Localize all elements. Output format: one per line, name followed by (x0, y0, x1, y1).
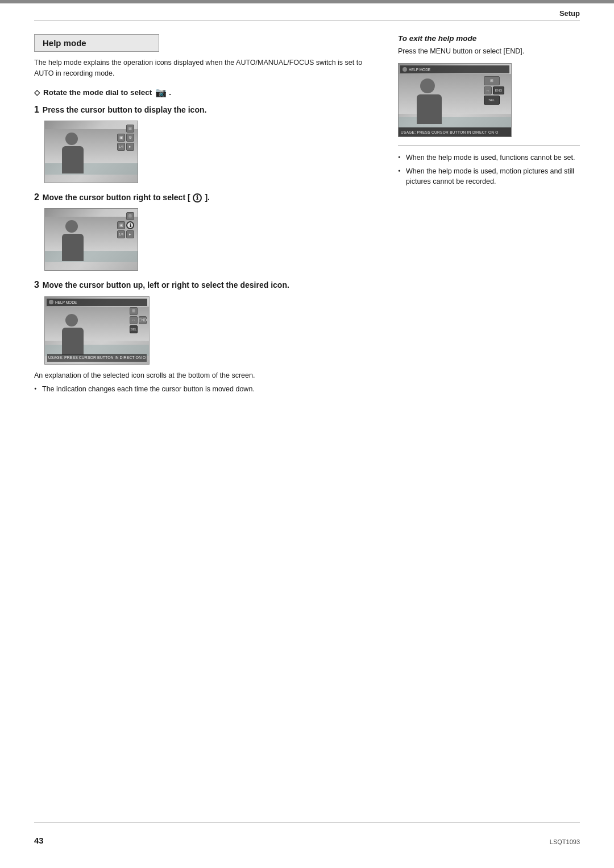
camera-mode-icon: 📷 (155, 87, 167, 98)
right-help-bar-text: HELP MODE (409, 68, 430, 72)
cam-bottom-bar-3: USAGE: PRESS CURSOR BUTTON IN DIRECT ON … (47, 354, 147, 362)
cam-screen-step2: ⊞ ▣ ℹ 1/4 ▸ (44, 208, 138, 271)
girl-figure-1 (61, 133, 92, 172)
right-help-dot (403, 67, 407, 72)
step-3-number: 3 (34, 280, 39, 290)
right-bullet-1: When the help mode is used, functions ca… (398, 152, 580, 163)
page-number: 43 (34, 836, 44, 845)
rotate-line: ◇ Rotate the mode dial to select 📷 . (34, 87, 381, 98)
cam-btn-2c: 1/4 (117, 230, 125, 238)
cam-btn-row-1: ⊞ (126, 125, 134, 133)
help-mode-box: Help mode (34, 34, 159, 52)
help-dot (49, 300, 53, 304)
cam-btn-1d: 1/4 (117, 143, 125, 151)
help-mode-bar-text: HELP MODE (55, 300, 77, 304)
cam-btn-row-2c: 1/4 ▸ (117, 230, 134, 238)
cam-ui-1: ⊞ ▣ ⚙ 1/4 ▸ (113, 125, 134, 151)
bullet-note-1-text: The indication changes each time the cur… (42, 385, 255, 393)
cam-ui-3: ⊞ ↔ END SEL (130, 307, 147, 333)
girl-head-2 (65, 220, 78, 233)
exit-text: Press the MENU button or select [END]. (398, 46, 580, 56)
right-cam-inner: HELP MODE ⊞ ↔ END (399, 64, 511, 137)
cam-screen-step3: HELP MODE ⊞ (44, 296, 150, 365)
left-column: Help mode The help mode explains the ope… (34, 34, 381, 402)
cam-btn-2d: ▸ (126, 230, 134, 238)
right-cam-btn-1: ⊞ (484, 76, 500, 85)
girl-head-3 (65, 314, 78, 326)
help-mode-bar-3: HELP MODE (47, 299, 147, 306)
cam-screen-right: HELP MODE ⊞ ↔ END (398, 63, 512, 137)
step-1-number: 1 (34, 105, 39, 114)
rotate-text: Rotate the mode dial to select (43, 88, 152, 97)
cam-btn-1b: ▣ (117, 134, 125, 142)
cam-btn-1a: ⊞ (126, 125, 134, 133)
right-cam-ui: ⊞ ↔ END SEL (484, 76, 508, 105)
right-bullet-2-text: When the help mode is used, motion pictu… (406, 167, 574, 185)
step-2-heading: 2 Move the cursor button right to select… (34, 191, 381, 204)
girl-figure-2 (61, 220, 92, 260)
step-3-text: Move the cursor button up, left or right… (43, 280, 289, 290)
right-bullet-1-text: When the help mode is used, functions ca… (406, 154, 575, 162)
step-1: 1 Press the cursor button to display the… (34, 104, 381, 183)
cam-btn-row-3c: SEL (130, 325, 147, 333)
cam-btn-3b: ↔ (130, 316, 138, 324)
bullet-note-1: The indication changes each time the cur… (34, 384, 381, 394)
cam-screen-step1: ⊞ ▣ ⚙ 1/4 ▸ (44, 121, 138, 183)
cam-btn-row-3a: ⊞ (130, 307, 147, 315)
page-header: Setup (0, 3, 614, 20)
step-2-text2: ]. (205, 193, 210, 202)
right-girl-figure (416, 78, 442, 124)
doc-code: LSQT1093 (550, 838, 580, 845)
right-help-bar: HELP MODE (400, 65, 509, 73)
step-2: 2 Move the cursor button right to select… (34, 191, 381, 271)
step-2-text: Move the cursor button right to select [ (43, 193, 190, 202)
right-column: To exit the help mode Press the MENU but… (398, 34, 580, 402)
info-icon-inline: ℹ (193, 193, 202, 202)
right-cam-btn-2: ↔ (484, 86, 492, 94)
right-cam-btn-3: END (493, 86, 504, 94)
cam-btn-row-2a: ⊞ (126, 212, 134, 220)
girl-body-2 (62, 234, 84, 261)
right-bullet-2: When the help mode is used, motion pictu… (398, 166, 580, 187)
right-divider (398, 145, 580, 146)
main-content: Help mode The help mode explains the ope… (0, 20, 614, 402)
cam-ui-2: ⊞ ▣ ℹ 1/4 ▸ (113, 212, 134, 238)
cam-btn-3c: END (139, 316, 147, 324)
cam-btn-row-2: ▣ ⚙ (117, 134, 134, 142)
cam-btn-row-2b: ▣ ℹ (117, 221, 134, 229)
cam-screen-inner-1: ⊞ ▣ ⚙ 1/4 ▸ (45, 121, 138, 183)
cam-btn-2b: ▣ (117, 221, 125, 229)
cam-btn-3a: ⊞ (130, 307, 138, 315)
girl-head-1 (65, 133, 78, 145)
right-cam-btn-row: ↔ END (484, 86, 508, 94)
step-3-heading: 3 Move the cursor button up, left or rig… (34, 279, 381, 291)
note-text: An explanation of the selected icon scro… (34, 370, 381, 381)
right-usage-bar: USAGE: PRESS CURSOR BUTTON IN DIRECT ON … (399, 127, 511, 137)
cam-btn-3d: SEL (130, 325, 138, 333)
girl-figure-3 (61, 314, 92, 354)
right-usage-text: USAGE: PRESS CURSOR BUTTON IN DIRECT ON … (401, 130, 499, 134)
footer-rule (34, 822, 580, 822)
diamond-icon: ◇ (34, 88, 40, 97)
cam-screen-inner-2: ⊞ ▣ ℹ 1/4 ▸ (45, 209, 138, 270)
cam-usage-text-3: USAGE: PRESS CURSOR BUTTON IN DIRECT ON … (48, 356, 146, 359)
step-3: 3 Move the cursor button up, left or rig… (34, 279, 381, 394)
right-girl-head (420, 78, 435, 93)
step-1-heading: 1 Press the cursor button to display the… (34, 104, 381, 116)
cam-screen-inner-3: HELP MODE ⊞ (45, 297, 149, 364)
help-mode-title: Help mode (43, 38, 86, 48)
cam-btn-row-3: 1/4 ▸ (117, 143, 134, 151)
header-title: Setup (559, 9, 580, 18)
intro-text: The help mode explains the operation ico… (34, 57, 381, 79)
page-wrapper: Setup Help mode The help mode explains t… (0, 0, 614, 868)
girl-body-1 (62, 146, 84, 173)
info-icon-highlight: ℹ (126, 221, 134, 229)
cam-btn-1c: ⚙ (126, 134, 134, 142)
cam-btn-1e: ▸ (126, 143, 134, 151)
page-footer: 43 LSQT1093 (0, 836, 614, 845)
step-1-text: Press the cursor button to display the i… (43, 105, 207, 114)
step-2-number: 2 (34, 192, 39, 202)
girl-body-3 (62, 328, 84, 355)
right-girl-body (417, 94, 442, 124)
cam-btn-row-3b: ↔ END (130, 316, 147, 324)
